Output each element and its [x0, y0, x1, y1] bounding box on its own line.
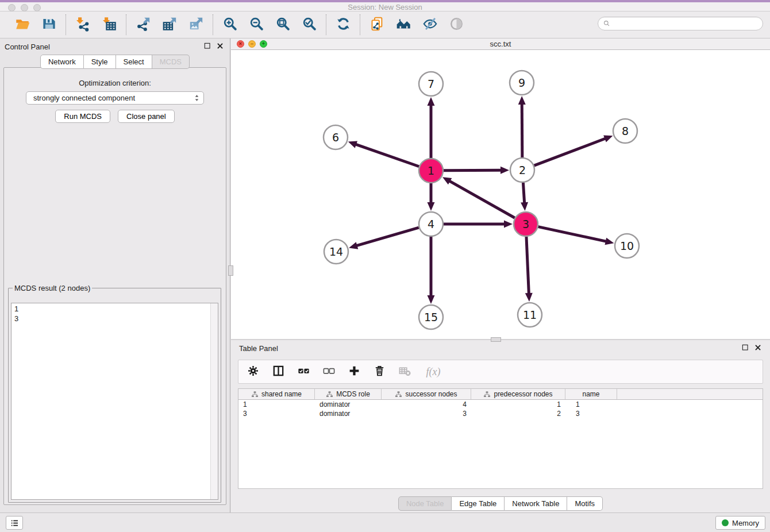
copy-network-button[interactable]: [365, 14, 388, 36]
search-box[interactable]: [598, 17, 763, 30]
status-bar: Memory: [0, 512, 770, 532]
table-cell[interactable]: dominator: [315, 409, 382, 418]
result-scrollbar[interactable]: [210, 303, 218, 499]
column-header-MCDS-role[interactable]: MCDS role: [315, 389, 382, 399]
graph-edge-arrowhead: [500, 167, 509, 174]
refresh-network-button[interactable]: [332, 14, 355, 36]
graph-edge-arrowhead: [504, 221, 513, 228]
export-table-button[interactable]: [158, 14, 181, 36]
table-tab-node-table[interactable]: Node Table: [398, 496, 452, 511]
network-canvas[interactable]: 7968124314101511: [231, 50, 770, 339]
column-label: predecessor nodes: [494, 390, 552, 398]
graph-edge-1-2[interactable]: [444, 170, 502, 171]
memory-button[interactable]: Memory: [715, 516, 765, 530]
column-header-shared-name[interactable]: shared name: [238, 389, 315, 399]
table-body: 1dominator4113dominator323: [238, 400, 763, 418]
control-tab-select[interactable]: Select: [116, 55, 152, 69]
table-cell[interactable]: 3: [238, 409, 315, 418]
graph-edge-4-14[interactable]: [356, 228, 419, 246]
run-mcds-button[interactable]: Run MCDS: [55, 110, 110, 123]
graph-edge-arrowhead: [348, 141, 357, 148]
graph-node-label-11: 11: [523, 309, 537, 321]
graph-edge-3-10[interactable]: [538, 227, 607, 242]
optimization-criterion-select[interactable]: strongly connected component: [26, 91, 204, 105]
graph-edge-3-1[interactable]: [449, 181, 514, 218]
split-panel-icon: [272, 364, 285, 380]
graph-edge-2-9[interactable]: [522, 103, 522, 157]
graph-edge-1-6[interactable]: [355, 144, 419, 167]
table-header-row: shared nameMCDS rolesuccessor nodesprede…: [238, 389, 763, 400]
memory-status-dot: [722, 519, 729, 526]
control-tab-mcds[interactable]: MCDS: [152, 55, 190, 69]
graph-node-label-14: 14: [329, 245, 343, 258]
table-tab-motifs[interactable]: Motifs: [567, 496, 603, 511]
column-header-predecessor-nodes[interactable]: predecessor nodes: [471, 389, 565, 399]
result-line: 1: [14, 304, 218, 314]
close-table-panel-icon[interactable]: [754, 344, 762, 352]
table-panel: Table Panel f(x) shared nameMCDS rolesuc…: [231, 340, 770, 512]
mcds-result-textarea[interactable]: 13: [11, 303, 218, 500]
birds-eye-view-button[interactable]: [445, 14, 468, 36]
zoom-fit-button[interactable]: [271, 14, 294, 36]
table-cell[interactable]: 3: [382, 409, 471, 418]
graph-edge-2-3[interactable]: [523, 183, 524, 203]
delete-columns-icon: [373, 364, 386, 380]
table-row[interactable]: 3dominator323: [238, 409, 763, 418]
search-input[interactable]: [614, 20, 758, 28]
column-header-successor-nodes[interactable]: successor nodes: [382, 389, 471, 399]
vertical-splitter-handle[interactable]: [228, 265, 233, 276]
float-table-panel-icon[interactable]: [741, 344, 749, 352]
table-cell[interactable]: dominator: [315, 400, 382, 409]
graph-edge-3-11[interactable]: [526, 237, 529, 294]
graph-node-label-1: 1: [428, 164, 434, 177]
table-cell[interactable]: 2: [471, 409, 565, 418]
home-view-button[interactable]: [392, 14, 415, 36]
network-graph: 7968124314101511: [231, 50, 770, 339]
control-tab-network[interactable]: Network: [40, 55, 84, 69]
select-all-columns-button[interactable]: [295, 363, 312, 380]
delete-columns-button[interactable]: [371, 363, 388, 380]
zoom-in-button[interactable]: [218, 14, 241, 36]
import-table-button[interactable]: [98, 14, 121, 36]
table-cell[interactable]: 4: [382, 400, 471, 409]
graph-edge-arrowhead: [428, 97, 435, 106]
function-builder-icon: f(x): [426, 366, 441, 378]
table-cell[interactable]: 1: [238, 400, 315, 409]
unselect-columns-button[interactable]: [320, 363, 337, 380]
graph-node-label-6: 6: [332, 131, 339, 144]
graph-edge-arrowhead: [521, 202, 528, 211]
table-cell[interactable]: 1: [471, 400, 565, 409]
zoom-selected-button[interactable]: [298, 14, 321, 36]
table-cell[interactable]: 1: [565, 400, 617, 409]
close-panel-button[interactable]: Close panel: [118, 110, 175, 123]
graph-edge-arrowhead: [349, 242, 358, 249]
zoom-out-button[interactable]: [245, 14, 268, 36]
table-tab-network-table[interactable]: Network Table: [505, 496, 567, 511]
graph-edge-arrowhead: [428, 295, 435, 304]
task-history-button[interactable]: [6, 516, 23, 530]
save-session-button[interactable]: [37, 14, 60, 36]
table-tab-edge-table[interactable]: Edge Table: [452, 496, 505, 511]
hide-detail-button[interactable]: [418, 14, 441, 36]
split-panel-button[interactable]: [270, 363, 287, 380]
export-image-button[interactable]: [184, 14, 207, 36]
float-panel-icon[interactable]: [203, 42, 211, 50]
import-network-button[interactable]: [71, 14, 94, 36]
zoom-selected-icon: [302, 16, 317, 34]
add-column-button[interactable]: [345, 363, 363, 380]
control-tab-style[interactable]: Style: [84, 55, 116, 69]
export-network-button[interactable]: [132, 14, 155, 36]
graph-edge-2-8[interactable]: [534, 138, 606, 165]
zoom-out-icon: [249, 16, 264, 34]
table-row[interactable]: 1dominator411: [238, 400, 763, 409]
search-icon: [603, 20, 611, 28]
table-settings-button[interactable]: [244, 363, 261, 380]
column-header-name[interactable]: name: [565, 389, 617, 399]
horizontal-splitter-handle[interactable]: [491, 337, 501, 342]
open-file-icon: [15, 16, 30, 34]
close-panel-icon[interactable]: [216, 42, 224, 50]
home-view-icon: [396, 16, 411, 34]
table-cell[interactable]: 3: [565, 409, 617, 418]
select-all-columns-icon: [297, 364, 310, 380]
open-file-button[interactable]: [11, 14, 34, 36]
